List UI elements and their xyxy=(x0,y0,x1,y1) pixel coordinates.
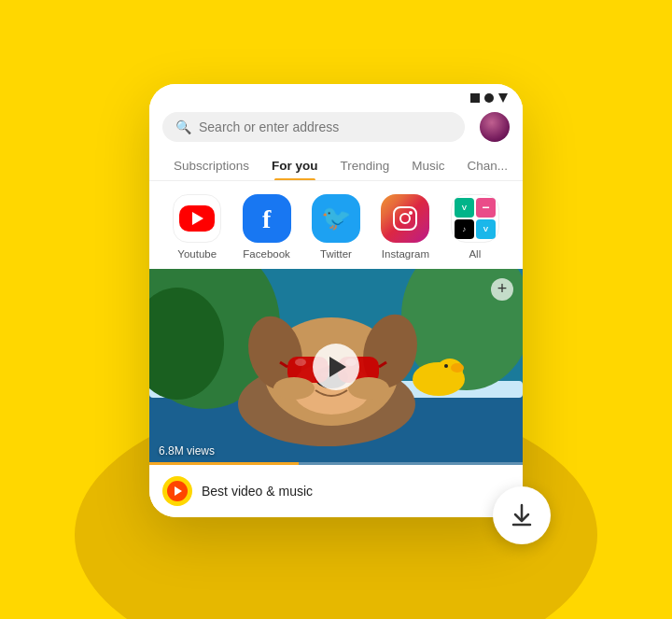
search-icon: 🔍 xyxy=(175,120,191,134)
facebook-label: Facebook xyxy=(243,248,290,260)
instagram-icon-wrap xyxy=(381,194,429,243)
video-overlay: + 6.8M views xyxy=(149,269,523,465)
play-triangle-icon xyxy=(329,357,346,377)
twitter-icon: 🐦 xyxy=(321,204,351,232)
social-item-youtube[interactable]: Youtube xyxy=(162,194,231,260)
search-input[interactable] xyxy=(199,120,452,134)
instagram-icon xyxy=(393,206,417,231)
youtube-play-triangle xyxy=(192,212,203,225)
status-icon-dot xyxy=(484,93,494,103)
search-row: 🔍 xyxy=(149,108,523,151)
video-progress-bar[interactable] xyxy=(149,462,523,465)
social-item-facebook[interactable]: f Facebook xyxy=(231,194,301,260)
tab-channels[interactable]: Chan... xyxy=(456,151,520,180)
video-section[interactable]: + 6.8M views xyxy=(149,269,523,465)
video-add-button[interactable]: + xyxy=(491,278,513,301)
minus-icon: − xyxy=(476,198,496,218)
twitter-icon-wrap: 🐦 xyxy=(312,194,360,243)
channel-icon xyxy=(162,476,192,506)
instagram-dot xyxy=(409,211,413,215)
youtube-icon-wrap xyxy=(173,194,221,243)
avatar-image xyxy=(480,112,510,142)
channel-icon-inner xyxy=(167,481,188,501)
video-views-badge: 6.8M views xyxy=(159,444,215,457)
tab-trending[interactable]: Trending xyxy=(329,151,401,180)
video-progress-fill xyxy=(149,462,299,465)
bottom-row: Best video & music xyxy=(149,465,523,517)
status-icon-signal xyxy=(498,93,508,103)
phone-frame: 🔍 Subscriptions For you Trending Music C… xyxy=(149,84,523,517)
all-icon-wrap: V − ♪ V xyxy=(451,194,499,243)
tabs-row: Subscriptions For you Trending Music Cha… xyxy=(149,151,523,181)
twitter-label: Twitter xyxy=(320,248,352,260)
download-fab[interactable] xyxy=(493,486,551,544)
tiktok-icon: ♪ xyxy=(455,219,474,239)
vine-icon: V xyxy=(455,198,474,218)
all-label: All xyxy=(469,248,481,260)
video-title: Best video & music xyxy=(202,484,313,499)
tab-foryou[interactable]: For you xyxy=(260,151,329,180)
video-play-button[interactable] xyxy=(313,344,359,390)
social-apps-grid: Youtube f Facebook 🐦 Twitter Instagram xyxy=(149,181,523,269)
status-bar xyxy=(149,84,523,108)
avatar[interactable] xyxy=(480,112,510,142)
vimeo-icon: V xyxy=(476,219,496,239)
status-icon-square xyxy=(470,93,480,103)
channel-play-icon xyxy=(175,486,182,496)
tab-subscriptions[interactable]: Subscriptions xyxy=(162,151,260,180)
youtube-label: Youtube xyxy=(177,248,217,260)
all-cluster: V − ♪ V xyxy=(453,196,497,241)
social-item-twitter[interactable]: 🐦 Twitter xyxy=(301,194,371,260)
social-item-instagram[interactable]: Instagram xyxy=(371,194,440,260)
youtube-icon xyxy=(179,205,215,232)
facebook-icon-wrap: f xyxy=(243,194,291,243)
download-icon xyxy=(509,502,535,528)
search-bar: 🔍 xyxy=(162,112,465,142)
facebook-icon: f xyxy=(262,206,271,232)
instagram-label: Instagram xyxy=(382,248,429,260)
social-item-all[interactable]: V − ♪ V All xyxy=(441,194,510,260)
tab-music[interactable]: Music xyxy=(400,151,455,180)
